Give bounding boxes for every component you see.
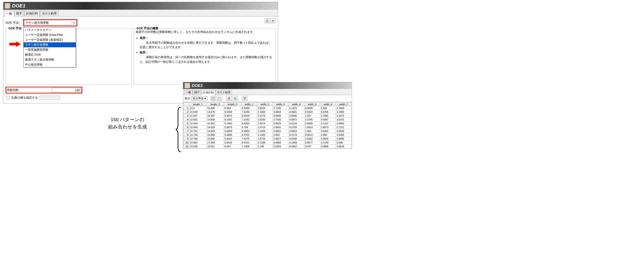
cell[interactable]: 4.2228 xyxy=(288,125,304,129)
tab-general[interactable]: 一般 xyxy=(184,90,193,95)
cell[interactable]: 22.768 xyxy=(189,137,207,141)
cell[interactable]: 4.0081 xyxy=(288,110,304,114)
column-header[interactable]: length_1 xyxy=(189,102,207,106)
cell[interactable]: 4.0188 xyxy=(288,137,304,141)
cell[interactable]: 17.493 xyxy=(206,141,224,145)
cell[interactable]: 2.8651 xyxy=(273,129,288,133)
cell[interactable]: 2.9899 xyxy=(336,137,352,141)
cell[interactable]: 3.0987 xyxy=(320,118,336,122)
cell[interactable]: 6.3181 xyxy=(224,118,241,122)
dropdown-item[interactable]: ユーザー定義実験 (Data File) xyxy=(24,32,76,37)
fixseed-checkbox[interactable] xyxy=(6,96,10,99)
table-row[interactable]: 922.76815.0665.43227.42751.87252.96174.0… xyxy=(184,137,352,141)
save-icon[interactable] xyxy=(210,96,216,101)
cell[interactable]: 1.8725 xyxy=(257,137,273,141)
cell[interactable]: 0.9886 xyxy=(304,106,320,110)
filter-icon[interactable] xyxy=(242,96,248,101)
display-select[interactable]: 実水準値 xyxy=(192,96,207,101)
table-row[interactable]: 1022.80217.4935.64166.61012.11683.08664.… xyxy=(184,141,352,145)
cell[interactable]: 7.4275 xyxy=(241,137,257,141)
cell[interactable]: 6.1893 xyxy=(224,122,241,125)
dropdown-item[interactable]: パラメータスタディ xyxy=(24,27,76,32)
cell[interactable]: 1.0785 xyxy=(304,118,320,122)
cell[interactable]: 14.593 xyxy=(206,129,224,133)
numruns-input[interactable] xyxy=(52,88,81,92)
tab-design-matrix[interactable]: 計画行列 xyxy=(201,90,215,95)
cell[interactable]: 2.1409 xyxy=(257,110,273,114)
cell[interactable]: 15.409 xyxy=(206,106,224,110)
dropdown-item[interactable]: ユーザー定義実験 (直接指定) xyxy=(24,37,76,42)
cell[interactable]: 6.6101 xyxy=(241,141,257,145)
cell[interactable]: 2.845 xyxy=(320,106,336,110)
cell[interactable]: 6.4872 xyxy=(224,114,241,118)
tab-general[interactable]: 一般 xyxy=(4,11,14,16)
cell[interactable]: 6.5356 xyxy=(224,110,241,114)
cell[interactable]: 2.853 xyxy=(273,133,288,137)
cell[interactable]: 2.1168 xyxy=(257,141,273,145)
dropdown-item[interactable]: 最適ラテン超方格実験 xyxy=(24,57,76,62)
cell[interactable]: 1.057 xyxy=(304,114,320,118)
cell[interactable]: 3.0866 xyxy=(273,141,288,145)
cell[interactable]: 5.6416 xyxy=(224,141,241,145)
table-row[interactable]: 522.63415.0016.18936.63831.83763.08264.0… xyxy=(184,122,352,125)
cell[interactable]: 2.7242 xyxy=(273,106,288,110)
cell[interactable]: 16.397 xyxy=(206,114,224,118)
cell[interactable]: 6.704 xyxy=(241,125,257,129)
cell[interactable]: 2.8691 xyxy=(273,125,288,129)
tab-design-matrix[interactable]: 計画行列 xyxy=(24,10,40,16)
column-header[interactable]: width_2 xyxy=(257,102,273,106)
cell[interactable]: 3.0101 xyxy=(336,118,352,122)
cell[interactable]: 3.8846 xyxy=(288,114,304,118)
table-row[interactable]: 1122.83616.0116.4477.19262.1493.20344.33… xyxy=(184,145,352,148)
column-header[interactable]: length_3 xyxy=(224,102,241,106)
cell[interactable]: 22.735 xyxy=(189,133,207,137)
column-header[interactable]: width_6 xyxy=(320,102,336,106)
cell[interactable]: 4.2174 xyxy=(288,133,304,137)
table-row[interactable]: 122.515.4096.0046.93892.02282.72424.1423… xyxy=(184,106,352,110)
cell[interactable]: 0.9577 xyxy=(304,141,320,145)
doe-method-combo[interactable]: ラテン超方格実験 xyxy=(24,20,76,25)
cell[interactable]: 3.8953 xyxy=(288,129,304,133)
cell[interactable]: 3.0302 xyxy=(320,129,336,133)
cell[interactable]: 7.1926 xyxy=(241,145,257,148)
column-header[interactable]: width_7 xyxy=(336,102,352,106)
cell[interactable]: 3.0383 xyxy=(336,133,352,137)
cell[interactable]: 2.1383 xyxy=(257,133,273,137)
cell[interactable]: 15.968 xyxy=(206,133,224,137)
cell[interactable]: 3.0866 xyxy=(336,122,352,125)
table-row[interactable]: 322.56716.3976.48726.89192.12753.09063.8… xyxy=(184,114,352,118)
column-header[interactable]: width_4 xyxy=(288,102,304,106)
table-row[interactable]: 422.60114.6586.31817.32421.92352.79263.9… xyxy=(184,118,352,122)
table-row[interactable]: 822.73515.9685.48056.37522.13832.8534.21… xyxy=(184,133,352,137)
cell[interactable]: 3.1993 xyxy=(336,110,352,114)
copy-icon[interactable] xyxy=(217,96,222,101)
cell[interactable]: 3.0826 xyxy=(320,137,336,141)
cell[interactable]: 22.5 xyxy=(189,106,207,110)
cell[interactable]: 14.679 xyxy=(206,110,224,114)
dropdown-item[interactable]: 解適応 DOE xyxy=(24,52,76,57)
cell[interactable]: 2.1275 xyxy=(257,114,273,118)
cell[interactable]: 2.7604 xyxy=(336,106,352,110)
cell[interactable]: 2.7926 xyxy=(273,118,288,122)
cell[interactable]: 7.3242 xyxy=(241,118,257,122)
cell[interactable]: 6.3752 xyxy=(241,133,257,137)
cell[interactable]: 22.668 xyxy=(189,125,207,129)
cell[interactable]: 6.447 xyxy=(224,145,241,148)
cell[interactable]: 2.149 xyxy=(257,145,273,148)
tab-factors[interactable]: 因子 xyxy=(193,90,201,95)
cell[interactable]: 3.0624 xyxy=(336,145,352,148)
cell[interactable]: 5.9879 xyxy=(224,125,241,129)
cell[interactable]: 6.004 xyxy=(224,106,241,110)
cell[interactable]: 6.6383 xyxy=(241,122,257,125)
circle-green-icon[interactable] xyxy=(232,96,238,101)
cell[interactable]: 7.6248 xyxy=(241,110,257,114)
table-row[interactable]: 222.53414.6796.53567.62482.14093.06644.0… xyxy=(184,110,352,114)
cell[interactable]: 1.9235 xyxy=(257,118,273,122)
cell[interactable]: 22.701 xyxy=(189,129,207,133)
cell[interactable]: 1.9718 xyxy=(257,125,273,129)
cell[interactable]: 4.3302 xyxy=(288,145,304,148)
cell[interactable]: 6.9953 xyxy=(241,129,257,133)
cell[interactable]: 0.9685 xyxy=(304,122,320,125)
cell[interactable]: 16.011 xyxy=(206,145,224,148)
dropdown-item[interactable]: 中心複合実験 xyxy=(24,62,76,67)
